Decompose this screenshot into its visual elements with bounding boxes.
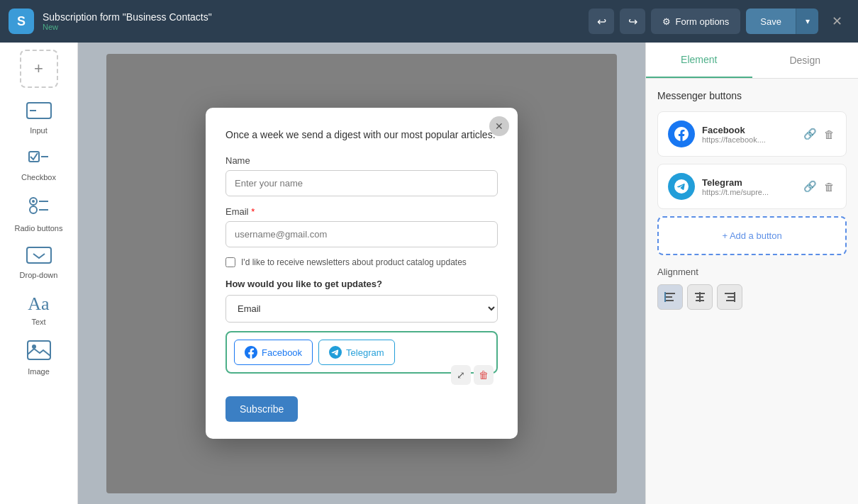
redo-button[interactable]: ↪ <box>620 9 645 34</box>
sidebar-item-dropdown[interactable]: Drop-down <box>7 241 71 285</box>
telegram-avatar <box>668 173 695 200</box>
svg-rect-20 <box>725 293 735 294</box>
telegram-edit-button[interactable]: 🔗 <box>802 179 818 194</box>
dropdown-group-label: How would you like to get updates? <box>225 279 498 289</box>
title-block: Subscription form "Business Contacts" Ne… <box>43 11 580 31</box>
close-header-button[interactable]: ✕ <box>824 9 849 34</box>
save-dropdown-button[interactable]: ▾ <box>796 9 818 34</box>
facebook-icon <box>245 346 257 359</box>
email-label: Email * <box>225 206 498 217</box>
sidebar-item-input[interactable]: Input <box>7 96 71 140</box>
email-input[interactable] <box>225 221 498 247</box>
header-actions: ↩ ↪ ⚙ Form options Save ▾ ✕ <box>589 9 849 34</box>
svg-rect-23 <box>734 292 735 302</box>
tab-element[interactable]: Element <box>646 43 752 78</box>
app-title: Subscription form "Business Contacts" <box>43 11 580 23</box>
image-label: Image <box>28 367 50 376</box>
move-icon: ⤢ <box>457 369 465 381</box>
image-icon <box>27 340 51 364</box>
canvas: ✕ Once a week we send a digest with our … <box>78 43 645 504</box>
save-button[interactable]: Save <box>746 9 796 34</box>
sidebar-item-text[interactable]: Aa Text <box>7 288 71 332</box>
dropdown-label: Drop-down <box>20 271 58 279</box>
svg-rect-14 <box>665 300 674 301</box>
input-icon <box>26 102 52 123</box>
svg-point-5 <box>32 200 35 203</box>
alignment-section: Alignment <box>657 267 847 310</box>
svg-rect-9 <box>27 247 51 263</box>
messenger-list-item-facebook: Facebook https://facebook.... 🔗 🗑 <box>657 111 847 157</box>
svg-rect-22 <box>726 300 735 301</box>
align-left-button[interactable] <box>657 284 683 310</box>
sidebar-item-radio[interactable]: Radio buttons <box>7 190 71 238</box>
telegram-url: https://t.me/supre... <box>702 188 795 196</box>
telegram-name: Telegram <box>702 177 795 188</box>
logo: S <box>9 9 34 34</box>
form-options-button[interactable]: ⚙ Form options <box>651 9 740 34</box>
save-button-group: Save ▾ <box>746 9 818 34</box>
telegram-actions: 🔗 🗑 <box>802 179 836 194</box>
checkbox-label: Checkbox <box>21 173 56 181</box>
form-modal: ✕ Once a week we send a digest with our … <box>206 108 518 439</box>
subscribe-button[interactable]: Subscribe <box>225 396 298 422</box>
radio-label: Radio buttons <box>15 224 63 233</box>
required-marker: * <box>251 206 255 217</box>
svg-rect-10 <box>28 341 50 359</box>
align-right-icon <box>723 291 736 303</box>
telegram-icon <box>329 346 342 359</box>
checkbox-label-text: I'd like to receive newsletters about pr… <box>241 257 467 267</box>
align-center-button[interactable] <box>687 284 713 310</box>
sidebar-item-image[interactable]: Image <box>7 335 71 381</box>
svg-rect-19 <box>699 292 701 302</box>
svg-rect-12 <box>665 293 675 294</box>
section-title: Messenger buttons <box>657 90 847 101</box>
text-label: Text <box>31 318 45 326</box>
right-panel: Element Design Messenger buttons Faceboo… <box>645 43 858 504</box>
add-element-button[interactable]: + <box>20 50 58 88</box>
facebook-messenger-button[interactable]: Facebook <box>234 340 313 365</box>
facebook-actions: 🔗 🗑 <box>802 126 836 142</box>
update-method-select[interactable]: Email <box>225 295 498 323</box>
telegram-messenger-button[interactable]: Telegram <box>318 340 394 365</box>
facebook-url: https://facebook.... <box>702 135 795 144</box>
delete-button[interactable]: 🗑 <box>474 365 494 385</box>
area-actions: ⤢ 🗑 <box>451 365 494 385</box>
align-left-icon <box>664 291 676 303</box>
left-sidebar: + Input Checkbox <box>0 43 78 504</box>
telegram-delete-button[interactable]: 🗑 <box>823 179 836 194</box>
svg-rect-15 <box>664 292 666 302</box>
messenger-buttons-area: Facebook Telegram ⤢ 🗑 <box>225 331 498 374</box>
right-tabs: Element Design <box>646 43 858 79</box>
svg-rect-21 <box>728 296 735 298</box>
app-subtitle: New <box>43 23 580 31</box>
text-icon: Aa <box>28 293 49 315</box>
sidebar-item-checkbox[interactable]: Checkbox <box>7 143 71 187</box>
name-input[interactable] <box>225 170 498 196</box>
svg-point-7 <box>30 206 37 213</box>
alignment-options <box>657 284 847 310</box>
messenger-list-item-telegram: Telegram https://t.me/supre... 🔗 🗑 <box>657 164 847 209</box>
dropdown-icon <box>26 247 52 268</box>
move-button[interactable]: ⤢ <box>451 365 471 385</box>
facebook-info: Facebook https://facebook.... <box>702 125 795 144</box>
facebook-edit-button[interactable]: 🔗 <box>802 126 818 142</box>
undo-button[interactable]: ↩ <box>589 9 614 34</box>
canvas-inner: ✕ Once a week we send a digest with our … <box>106 54 617 493</box>
add-button-area[interactable]: + Add a button <box>657 216 847 255</box>
align-center-icon <box>693 291 706 303</box>
checkbox-icon <box>28 149 50 170</box>
trash-icon: 🗑 <box>479 369 489 381</box>
main-layout: + Input Checkbox <box>0 43 858 504</box>
form-description: Once a week we send a digest with our mo… <box>225 128 498 142</box>
tab-design[interactable]: Design <box>752 43 859 78</box>
name-label: Name <box>225 155 498 166</box>
input-label: Input <box>30 126 47 135</box>
telegram-info: Telegram https://t.me/supre... <box>702 177 795 196</box>
alignment-label: Alignment <box>657 267 847 277</box>
facebook-delete-button[interactable]: 🗑 <box>823 126 836 142</box>
modal-close-button[interactable]: ✕ <box>489 116 509 136</box>
newsletter-checkbox[interactable] <box>225 257 235 267</box>
checkbox-row: I'd like to receive newsletters about pr… <box>225 257 498 267</box>
align-right-button[interactable] <box>717 284 742 310</box>
svg-rect-13 <box>665 296 672 298</box>
